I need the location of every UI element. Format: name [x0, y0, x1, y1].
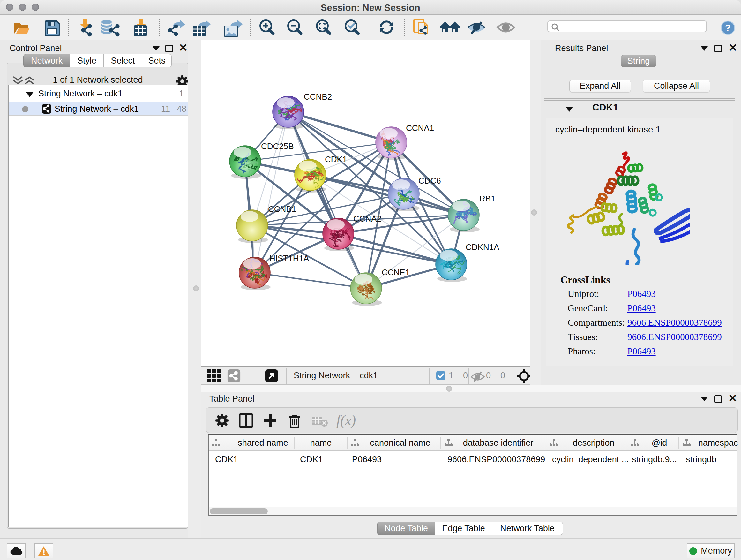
svg-text:CDK1: CDK1	[325, 154, 347, 164]
svg-text:CCNE1: CCNE1	[382, 267, 410, 277]
svg-text:HIST1H1A: HIST1H1A	[269, 253, 309, 263]
svg-text:CCNA2: CCNA2	[353, 214, 381, 224]
svg-text:?: ?	[725, 22, 731, 33]
svg-text:CCNA1: CCNA1	[406, 123, 434, 133]
svg-text:CDC6: CDC6	[418, 176, 441, 186]
svg-text:CCNB1: CCNB1	[268, 204, 296, 214]
svg-text:RB1: RB1	[479, 194, 495, 203]
svg-text:CCNB2: CCNB2	[304, 92, 332, 102]
svg-text:CDC25B: CDC25B	[261, 141, 294, 151]
svg-text:CDKN1A: CDKN1A	[466, 242, 499, 252]
